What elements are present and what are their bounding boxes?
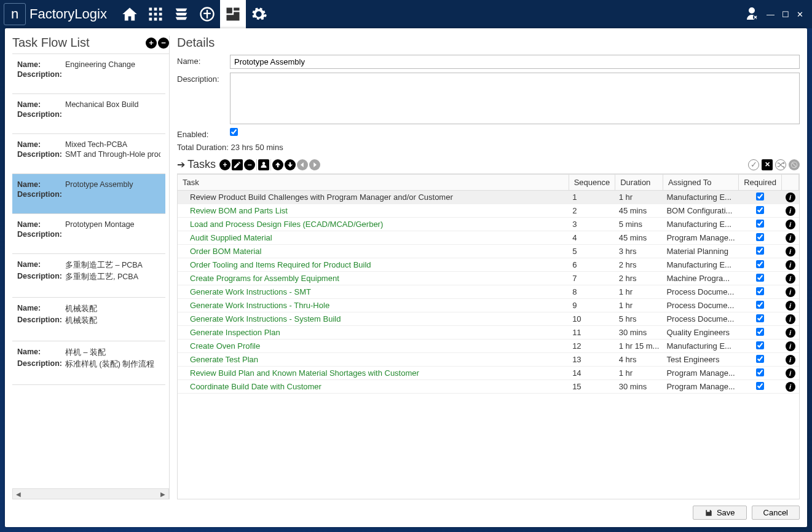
col-duration[interactable]: Duration — [615, 175, 663, 191]
task-move-up-button[interactable] — [272, 159, 283, 170]
task-seq-cell: 7 — [569, 272, 615, 285]
task-row[interactable]: Generate Test Plan134 hrsTest Engineersi — [178, 353, 799, 367]
flow-list-hscroll[interactable]: ◀▶ — [12, 488, 169, 499]
info-icon[interactable]: i — [786, 355, 795, 365]
task-row[interactable]: Coordinate Build Date with Customer1530 … — [178, 380, 799, 394]
task-assign-button[interactable] — [258, 159, 269, 170]
add-flow-button[interactable]: + — [146, 38, 157, 49]
info-icon[interactable]: i — [786, 382, 795, 392]
task-row[interactable]: Generate Inspection Plan1130 minsQuality… — [178, 326, 799, 339]
flow-item[interactable]: Name:Prototype AssemblyDescription: — [12, 174, 165, 214]
task-add-button[interactable]: + — [219, 159, 231, 170]
task-row[interactable]: Review BOM and Parts List245 minsBOM Con… — [178, 204, 799, 218]
gear-icon[interactable] — [246, 0, 272, 28]
globe-icon[interactable] — [194, 0, 220, 28]
info-icon[interactable]: i — [786, 247, 795, 256]
task-row[interactable]: Load and Process Design Files (ECAD/MCAD… — [178, 218, 799, 231]
task-required-checkbox[interactable] — [756, 355, 764, 363]
description-input[interactable] — [230, 73, 800, 124]
info-icon[interactable]: i — [786, 206, 795, 216]
save-icon — [704, 509, 713, 517]
flow-item[interactable]: Name:机械装配Description:机械装配 — [12, 298, 165, 341]
flow-item[interactable]: Name:Engineering ChangeDescription: — [12, 54, 165, 94]
details-panel: Details Name: Description: Enabled: Tota… — [177, 36, 800, 499]
task-required-checkbox[interactable] — [756, 341, 764, 349]
clear-icon[interactable]: ✕ — [762, 159, 773, 170]
shuffle-icon[interactable] — [775, 159, 786, 170]
user-icon[interactable] — [744, 6, 759, 23]
apply-icon[interactable]: ✓ — [748, 159, 759, 170]
save-button[interactable]: Save — [693, 506, 747, 520]
task-edit-button[interactable] — [232, 159, 243, 170]
col-required[interactable]: Required — [739, 175, 782, 191]
task-row[interactable]: Audit Supplied Material445 minsProgram M… — [178, 231, 799, 245]
task-required-checkbox[interactable] — [756, 368, 764, 376]
flow-desc-label: Description: — [17, 230, 65, 239]
col-task[interactable]: Task — [178, 175, 569, 191]
task-row[interactable]: Order BOM Material53 hrsMaterial Plannin… — [178, 245, 799, 258]
task-required-checkbox[interactable] — [756, 382, 764, 390]
flow-item[interactable]: Name:Mixed Tech-PCBADescription:SMT and … — [12, 134, 165, 174]
task-row[interactable]: Generate Work Instructions - SMT81 hrPro… — [178, 285, 799, 299]
minimize-button[interactable]: — — [767, 10, 775, 19]
task-dur-cell: 1 hr — [615, 285, 663, 299]
task-row[interactable]: Review Build Plan and Known Material Sho… — [178, 367, 799, 380]
stack-icon[interactable] — [168, 0, 194, 28]
task-row[interactable]: Review Product Build Challenges with Pro… — [178, 191, 799, 204]
task-row[interactable]: Create Programs for Assembly Equipment72… — [178, 272, 799, 285]
name-input[interactable] — [230, 55, 800, 69]
task-required-checkbox[interactable] — [756, 193, 764, 200]
task-required-checkbox[interactable] — [756, 260, 764, 268]
flow-name-label: Name: — [17, 60, 65, 69]
info-icon[interactable]: i — [786, 328, 795, 338]
task-dur-cell: 45 mins — [615, 231, 663, 245]
enabled-checkbox[interactable] — [230, 128, 238, 136]
info-icon[interactable]: i — [786, 287, 795, 297]
task-required-checkbox[interactable] — [756, 314, 764, 322]
task-seq-cell: 11 — [569, 326, 615, 339]
home-icon[interactable] — [117, 0, 143, 28]
info-icon[interactable]: i — [786, 368, 795, 378]
task-required-checkbox[interactable] — [756, 247, 764, 255]
task-seq-cell: 8 — [569, 285, 615, 299]
flow-item[interactable]: Name:样机 – 装配Description:标准样机 (装配) 制作流程 — [12, 341, 165, 385]
task-required-checkbox[interactable] — [756, 206, 764, 214]
task-row[interactable]: Generate Work Instructions - Thru-Hole91… — [178, 299, 799, 312]
task-required-checkbox[interactable] — [756, 301, 764, 309]
col-sequence[interactable]: Sequence — [569, 175, 615, 191]
remove-flow-button[interactable]: − — [158, 38, 169, 49]
cancel-button[interactable]: Cancel — [752, 506, 800, 520]
task-row[interactable]: Order Tooling and Items Required for Pro… — [178, 258, 799, 272]
col-assigned[interactable]: Assigned To — [663, 175, 738, 191]
close-button[interactable]: ✕ — [797, 10, 803, 19]
info-icon[interactable]: i — [786, 274, 795, 284]
flow-name-label: Name: — [17, 220, 65, 229]
task-required-checkbox[interactable] — [756, 287, 764, 295]
info-icon[interactable]: i — [786, 260, 795, 270]
info-icon[interactable]: i — [786, 341, 795, 351]
flow-item[interactable]: Name:多重制造工艺 – PCBADescription:多重制造工艺, PC… — [12, 254, 165, 298]
info-icon[interactable]: i — [786, 220, 795, 229]
task-row[interactable]: Generate Work Instructions - System Buil… — [178, 312, 799, 326]
task-required-checkbox[interactable] — [756, 328, 764, 336]
maximize-button[interactable]: ☐ — [782, 10, 789, 19]
info-icon[interactable]: i — [786, 314, 795, 324]
task-move-down-button[interactable] — [285, 159, 296, 170]
task-remove-button[interactable]: − — [244, 159, 255, 170]
flow-list[interactable]: Name:Engineering ChangeDescription:Name:… — [12, 54, 169, 488]
task-required-checkbox[interactable] — [756, 220, 764, 228]
flow-item[interactable]: Name:Mechanical Box BuildDescription: — [12, 94, 165, 134]
info-icon[interactable]: i — [786, 301, 795, 311]
footer: Save Cancel — [12, 499, 800, 520]
task-required-checkbox[interactable] — [756, 274, 764, 282]
form-icon[interactable] — [220, 0, 246, 28]
info-icon[interactable]: i — [786, 233, 795, 243]
task-required-checkbox[interactable] — [756, 233, 764, 241]
flow-desc-value — [65, 110, 160, 119]
task-seq-cell: 5 — [569, 245, 615, 258]
task-row[interactable]: Create Oven Profile121 hr 15 m...Manufac… — [178, 339, 799, 353]
task-table[interactable]: Task Sequence Duration Assigned To Requi… — [177, 174, 800, 499]
info-icon[interactable]: i — [786, 193, 795, 202]
grid-icon[interactable] — [143, 0, 168, 28]
flow-item[interactable]: Name:Prototypen MontageDescription: — [12, 214, 165, 254]
